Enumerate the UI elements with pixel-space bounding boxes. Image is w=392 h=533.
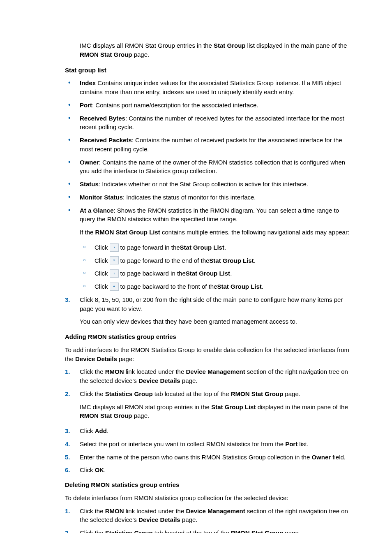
text-bold: RMON Stat Group: [80, 412, 132, 419]
text-bold: Stat Group List: [211, 403, 256, 410]
list-item: Monitor Status: Indicates the status of …: [65, 193, 355, 202]
definition: : Shows the RMON statistics in the RMON …: [80, 207, 339, 223]
step-item: Select the port or interface you want to…: [65, 440, 355, 449]
note-paragraph: If the RMON Stat Group List contains mul…: [80, 228, 355, 237]
text: If the: [80, 229, 95, 236]
text: Click the: [80, 390, 105, 397]
text: page.: [283, 390, 300, 397]
term: Port: [80, 102, 92, 109]
step-item: Click the RMON link located under the De…: [65, 507, 355, 525]
note-paragraph: IMC displays all RMON stat group entries…: [80, 403, 355, 421]
text: .: [262, 282, 263, 291]
step-item: Click 8, 15, 50, 100, or 200 from the ri…: [65, 295, 355, 326]
text: IMC displays all RMON stat group entries…: [80, 403, 211, 410]
list-item: At a Glance: Shows the RMON statistics i…: [65, 206, 355, 291]
list-item: Port: Contains port name/description for…: [65, 101, 355, 110]
list-item: Click ‹ to page backward in the Stat Gro…: [80, 269, 355, 278]
text-bold: RMON Stat Group: [231, 529, 284, 533]
term: Received Packets: [80, 137, 132, 144]
section-heading: Stat group list: [65, 66, 355, 75]
definition: : Contains port name/description for the…: [92, 102, 258, 109]
text-bold: Owner: [311, 454, 331, 461]
text-bold: OK: [95, 466, 104, 473]
list-item: Owner: Contains the name of the owner of…: [65, 158, 355, 176]
list-item: Received Packets: Contains the number of…: [65, 136, 355, 154]
text: list displayed in the main pane of the: [245, 42, 347, 49]
text-bold: Stat Group List: [180, 243, 224, 252]
step-item: Click the Statistics Group tab located a…: [65, 528, 355, 533]
text: Click the: [80, 529, 105, 533]
text-bold: Stat Group List: [217, 282, 262, 291]
text-bold: Device Details: [75, 355, 117, 362]
text: Click the: [80, 368, 105, 375]
text: .: [230, 269, 232, 278]
intro-paragraph: To delete interfaces from RMON statistic…: [65, 494, 355, 503]
adding-steps: Click the RMON link located under the De…: [65, 367, 355, 475]
continued-steps: Click 8, 15, 50, 100, or 200 from the ri…: [65, 295, 355, 326]
page-front-icon: «: [110, 283, 119, 291]
definition: : Contains the name of the owner of the …: [80, 159, 345, 175]
intro-paragraph: To add interfaces to the RMON Statistics…: [65, 345, 355, 364]
intro-paragraph: IMC displays all RMON Stat Group entries…: [80, 41, 355, 59]
text-bold: Statistics Group: [105, 390, 153, 397]
text-bold: Stat Group List: [186, 269, 230, 278]
text: page.: [283, 529, 300, 533]
text: Click the: [80, 508, 105, 514]
text: page.: [132, 51, 150, 58]
text-bold: RMON Stat Group List: [95, 229, 160, 236]
section-heading: Adding RMON statistics group entries: [65, 332, 355, 341]
text-bold: Stat Group: [214, 42, 246, 49]
text: Click: [95, 256, 108, 265]
text: Click: [80, 427, 95, 434]
document-page: IMC displays all RMON Stat Group entries…: [0, 0, 392, 533]
step-item: Click the Statistics Group tab located a…: [65, 389, 355, 420]
list-item: Click » to page forward to the end of th…: [80, 256, 355, 265]
stat-group-list: Index Contains unique index values for t…: [65, 79, 355, 291]
text: tab located at the top of the: [153, 529, 231, 533]
list-item: Click › to page forward in the Stat Grou…: [80, 243, 355, 252]
text: to page backward to the front of the: [120, 282, 217, 291]
text: field.: [331, 454, 346, 461]
text: to page forward to the end of the: [120, 256, 210, 265]
text: Select the port or interface you want to…: [80, 440, 285, 447]
definition: : Indicates whether or not the Stat Grou…: [99, 181, 308, 188]
text-bold: RMON Stat Group: [231, 390, 284, 397]
text: page.: [132, 412, 150, 419]
text-bold: Statistics Group: [105, 529, 153, 533]
text: to page backward in the: [120, 269, 186, 278]
step-item: Click Add.: [65, 426, 355, 436]
text-bold: RMON: [105, 508, 124, 514]
deleting-steps: Click the RMON link located under the De…: [65, 507, 355, 533]
step-item: Click the RMON link located under the De…: [65, 367, 355, 385]
list-item: Index Contains unique index values for t…: [65, 79, 355, 97]
text: displayed in the main pane of the: [256, 403, 348, 410]
text: page.: [180, 377, 198, 384]
term: Received Bytes: [80, 115, 125, 122]
text: page:: [117, 355, 134, 362]
text: list.: [297, 440, 309, 447]
term: At a Glance: [80, 207, 114, 214]
text: Click: [95, 282, 108, 291]
text: Click 8, 15, 50, 100, or 200 from the ri…: [80, 296, 343, 312]
note-paragraph: You can only view devices that they have…: [80, 317, 355, 326]
text-bold: RMON Stat Group: [80, 51, 132, 58]
text: .: [224, 243, 226, 252]
text: Click: [80, 466, 95, 473]
term: Status: [80, 181, 99, 188]
text-bold: Stat Group List: [209, 256, 254, 265]
section-heading: Deleting RMON statistics group entries: [65, 480, 355, 489]
text: Click: [95, 243, 108, 252]
definition: : Indicates the status of monitor for th…: [123, 194, 256, 201]
text-bold: Add: [95, 427, 107, 434]
list-item: Click « to page backward to the front of…: [80, 282, 355, 291]
text: tab located at the top of the: [153, 390, 231, 397]
page-forward-icon: ›: [110, 243, 119, 252]
text: .: [254, 256, 256, 265]
list-item: Received Bytes: Contains the number of r…: [65, 114, 355, 132]
definition: Contains unique index values for the ass…: [80, 79, 341, 95]
text-bold: Device Management: [186, 508, 245, 514]
text: .: [104, 466, 106, 473]
nav-aid-list: Click › to page forward in the Stat Grou…: [80, 243, 355, 291]
text: IMC displays all RMON Stat Group entries…: [80, 42, 214, 49]
text: contains multiple entries, the following…: [160, 229, 349, 236]
